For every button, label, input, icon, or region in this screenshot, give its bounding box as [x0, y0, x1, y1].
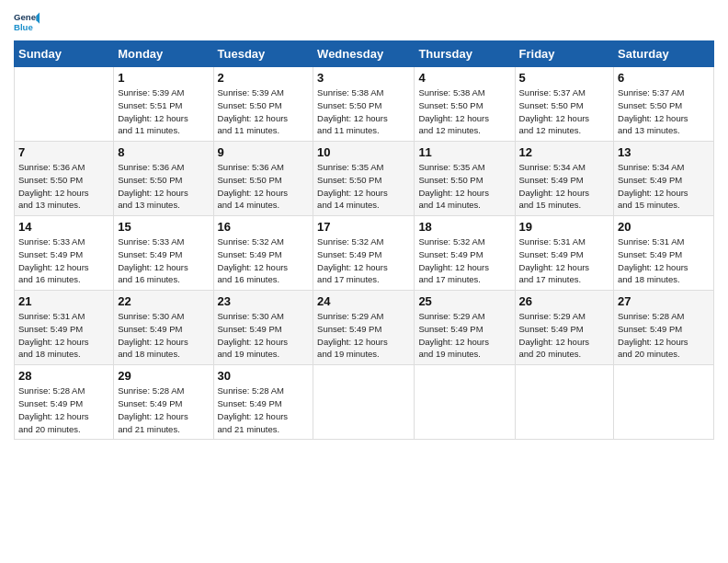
calendar-cell	[515, 365, 614, 440]
calendar-cell: 11Sunrise: 5:35 AM Sunset: 5:50 PM Dayli…	[415, 142, 515, 216]
calendar-cell: 20Sunrise: 5:31 AM Sunset: 5:49 PM Dayli…	[614, 216, 714, 291]
day-number: 13	[618, 145, 710, 159]
day-info: Sunrise: 5:34 AM Sunset: 5:49 PM Dayligh…	[618, 161, 710, 212]
day-number: 23	[218, 294, 310, 308]
day-info: Sunrise: 5:28 AM Sunset: 5:49 PM Dayligh…	[118, 385, 209, 435]
day-info: Sunrise: 5:31 AM Sunset: 5:49 PM Dayligh…	[18, 310, 109, 361]
calendar-cell: 22Sunrise: 5:30 AM Sunset: 5:49 PM Dayli…	[114, 291, 213, 365]
day-number: 5	[519, 71, 610, 85]
weekday-header-wednesday: Wednesday	[313, 41, 415, 67]
logo-icon: General Blue	[14, 9, 40, 35]
day-number: 26	[519, 294, 610, 308]
day-number: 15	[118, 220, 209, 234]
day-info: Sunrise: 5:30 AM Sunset: 5:49 PM Dayligh…	[218, 310, 310, 361]
weekday-header-thursday: Thursday	[415, 41, 515, 67]
day-info: Sunrise: 5:39 AM Sunset: 5:50 PM Dayligh…	[218, 86, 310, 137]
calendar-cell	[313, 365, 415, 440]
calendar-week-row: 28Sunrise: 5:28 AM Sunset: 5:49 PM Dayli…	[15, 365, 714, 440]
page-header: General Blue	[14, 9, 714, 35]
day-info: Sunrise: 5:33 AM Sunset: 5:49 PM Dayligh…	[18, 236, 109, 286]
calendar-cell: 25Sunrise: 5:29 AM Sunset: 5:49 PM Dayli…	[415, 291, 515, 365]
calendar-week-row: 21Sunrise: 5:31 AM Sunset: 5:49 PM Dayli…	[15, 291, 714, 365]
calendar-cell: 17Sunrise: 5:32 AM Sunset: 5:49 PM Dayli…	[313, 216, 415, 291]
day-number: 3	[317, 71, 410, 85]
weekday-header-friday: Friday	[515, 41, 614, 67]
day-info: Sunrise: 5:36 AM Sunset: 5:50 PM Dayligh…	[218, 161, 310, 212]
day-info: Sunrise: 5:29 AM Sunset: 5:49 PM Dayligh…	[317, 310, 410, 361]
calendar-cell: 19Sunrise: 5:31 AM Sunset: 5:49 PM Dayli…	[515, 216, 614, 291]
calendar-week-row: 1Sunrise: 5:39 AM Sunset: 5:51 PM Daylig…	[15, 67, 714, 142]
day-info: Sunrise: 5:38 AM Sunset: 5:50 PM Dayligh…	[418, 86, 510, 137]
calendar-cell: 2Sunrise: 5:39 AM Sunset: 5:50 PM Daylig…	[213, 67, 313, 142]
day-number: 11	[418, 145, 510, 159]
day-number: 24	[317, 294, 410, 308]
day-number: 7	[18, 145, 109, 159]
day-info: Sunrise: 5:39 AM Sunset: 5:51 PM Dayligh…	[118, 86, 209, 137]
day-number: 28	[18, 369, 109, 383]
day-info: Sunrise: 5:33 AM Sunset: 5:49 PM Dayligh…	[118, 236, 209, 286]
day-number: 6	[618, 71, 710, 85]
day-info: Sunrise: 5:28 AM Sunset: 5:49 PM Dayligh…	[18, 385, 109, 435]
calendar-cell	[415, 365, 515, 440]
day-info: Sunrise: 5:35 AM Sunset: 5:50 PM Dayligh…	[317, 161, 410, 212]
day-number: 9	[218, 145, 310, 159]
calendar-cell: 7Sunrise: 5:36 AM Sunset: 5:50 PM Daylig…	[15, 142, 114, 216]
calendar-cell: 26Sunrise: 5:29 AM Sunset: 5:49 PM Dayli…	[515, 291, 614, 365]
day-number: 14	[18, 220, 109, 234]
svg-text:Blue: Blue	[14, 22, 33, 32]
calendar-cell: 14Sunrise: 5:33 AM Sunset: 5:49 PM Dayli…	[15, 216, 114, 291]
day-info: Sunrise: 5:34 AM Sunset: 5:49 PM Dayligh…	[519, 161, 610, 212]
day-info: Sunrise: 5:28 AM Sunset: 5:49 PM Dayligh…	[218, 385, 310, 435]
day-number: 16	[218, 220, 310, 234]
day-info: Sunrise: 5:32 AM Sunset: 5:49 PM Dayligh…	[418, 236, 510, 286]
calendar-cell: 12Sunrise: 5:34 AM Sunset: 5:49 PM Dayli…	[515, 142, 614, 216]
calendar-week-row: 7Sunrise: 5:36 AM Sunset: 5:50 PM Daylig…	[15, 142, 714, 216]
day-number: 27	[618, 294, 710, 308]
weekday-header-row: SundayMondayTuesdayWednesdayThursdayFrid…	[15, 41, 714, 67]
calendar-cell: 29Sunrise: 5:28 AM Sunset: 5:49 PM Dayli…	[114, 365, 213, 440]
day-number: 4	[418, 71, 510, 85]
calendar-cell: 6Sunrise: 5:37 AM Sunset: 5:50 PM Daylig…	[614, 67, 714, 142]
calendar-cell	[614, 365, 714, 440]
day-info: Sunrise: 5:36 AM Sunset: 5:50 PM Dayligh…	[118, 161, 209, 212]
day-number: 17	[317, 220, 410, 234]
calendar-cell: 1Sunrise: 5:39 AM Sunset: 5:51 PM Daylig…	[114, 67, 213, 142]
calendar-table: SundayMondayTuesdayWednesdayThursdayFrid…	[14, 40, 714, 440]
day-number: 30	[218, 369, 310, 383]
weekday-header-monday: Monday	[114, 41, 213, 67]
day-info: Sunrise: 5:38 AM Sunset: 5:50 PM Dayligh…	[317, 86, 410, 137]
calendar-cell	[15, 67, 114, 142]
day-number: 20	[618, 220, 710, 234]
svg-text:General: General	[14, 12, 40, 22]
day-info: Sunrise: 5:28 AM Sunset: 5:49 PM Dayligh…	[618, 310, 710, 361]
day-number: 21	[18, 294, 109, 308]
day-number: 12	[519, 145, 610, 159]
day-info: Sunrise: 5:31 AM Sunset: 5:49 PM Dayligh…	[519, 236, 610, 286]
day-info: Sunrise: 5:31 AM Sunset: 5:49 PM Dayligh…	[618, 236, 710, 286]
day-number: 18	[418, 220, 510, 234]
day-number: 25	[418, 294, 510, 308]
calendar-cell: 4Sunrise: 5:38 AM Sunset: 5:50 PM Daylig…	[415, 67, 515, 142]
day-number: 8	[118, 145, 209, 159]
calendar-cell: 21Sunrise: 5:31 AM Sunset: 5:49 PM Dayli…	[15, 291, 114, 365]
calendar-cell: 15Sunrise: 5:33 AM Sunset: 5:49 PM Dayli…	[114, 216, 213, 291]
calendar-cell: 8Sunrise: 5:36 AM Sunset: 5:50 PM Daylig…	[114, 142, 213, 216]
calendar-week-row: 14Sunrise: 5:33 AM Sunset: 5:49 PM Dayli…	[15, 216, 714, 291]
calendar-cell: 16Sunrise: 5:32 AM Sunset: 5:49 PM Dayli…	[213, 216, 313, 291]
weekday-header-sunday: Sunday	[15, 41, 114, 67]
calendar-cell: 5Sunrise: 5:37 AM Sunset: 5:50 PM Daylig…	[515, 67, 614, 142]
weekday-header-saturday: Saturday	[614, 41, 714, 67]
day-info: Sunrise: 5:37 AM Sunset: 5:50 PM Dayligh…	[618, 86, 710, 137]
day-info: Sunrise: 5:32 AM Sunset: 5:49 PM Dayligh…	[218, 236, 310, 286]
calendar-cell: 18Sunrise: 5:32 AM Sunset: 5:49 PM Dayli…	[415, 216, 515, 291]
day-info: Sunrise: 5:37 AM Sunset: 5:50 PM Dayligh…	[519, 86, 610, 137]
day-info: Sunrise: 5:29 AM Sunset: 5:49 PM Dayligh…	[519, 310, 610, 361]
weekday-header-tuesday: Tuesday	[213, 41, 313, 67]
day-number: 29	[118, 369, 209, 383]
calendar-cell: 9Sunrise: 5:36 AM Sunset: 5:50 PM Daylig…	[213, 142, 313, 216]
day-number: 10	[317, 145, 410, 159]
day-number: 2	[218, 71, 310, 85]
calendar-cell: 24Sunrise: 5:29 AM Sunset: 5:49 PM Dayli…	[313, 291, 415, 365]
day-number: 1	[118, 71, 209, 85]
day-info: Sunrise: 5:32 AM Sunset: 5:49 PM Dayligh…	[317, 236, 410, 286]
